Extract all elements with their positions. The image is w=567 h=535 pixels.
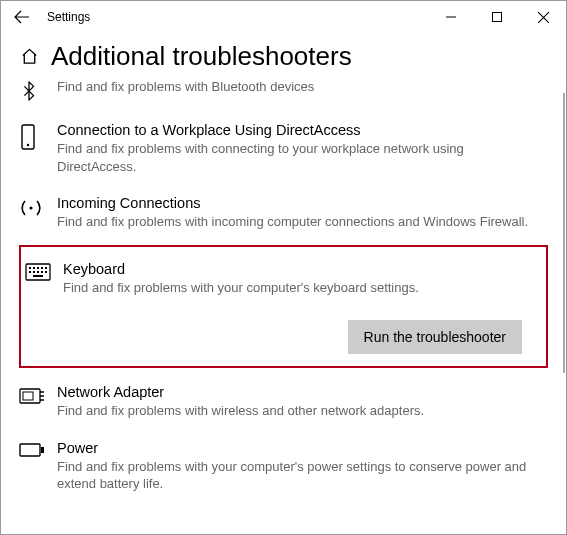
scrollbar[interactable] — [563, 93, 565, 373]
workplace-icon — [19, 122, 47, 175]
maximize-icon — [492, 12, 502, 22]
svg-rect-20 — [41, 447, 44, 453]
troubleshooter-item-incoming[interactable]: Incoming Connections Find and fix proble… — [19, 185, 548, 241]
keyboard-icon — [25, 261, 53, 297]
troubleshooter-desc: Find and fix problems with wireless and … — [57, 402, 536, 420]
svg-rect-6 — [29, 267, 31, 269]
bluetooth-icon — [19, 78, 47, 102]
svg-rect-14 — [41, 271, 43, 273]
troubleshooter-item-directaccess[interactable]: Connection to a Workplace Using DirectAc… — [19, 112, 548, 185]
wireless-icon — [19, 195, 47, 231]
troubleshooter-title: Power — [57, 440, 536, 456]
settings-window: Settings Additional troubleshooters Blue… — [0, 0, 567, 535]
power-icon — [19, 440, 47, 493]
back-arrow-icon — [14, 9, 30, 25]
troubleshooter-title: Connection to a Workplace Using DirectAc… — [57, 122, 536, 138]
troubleshooter-item-bluetooth[interactable]: Bluetooth Find and fix problems with Blu… — [19, 78, 548, 112]
close-icon — [538, 12, 549, 23]
svg-point-3 — [27, 144, 29, 146]
troubleshooter-title: Incoming Connections — [57, 195, 536, 211]
svg-rect-8 — [37, 267, 39, 269]
minimize-icon — [446, 12, 456, 22]
svg-rect-12 — [33, 271, 35, 273]
svg-rect-19 — [20, 444, 40, 456]
svg-rect-7 — [33, 267, 35, 269]
troubleshooter-desc: Find and fix problems with incoming comp… — [57, 213, 536, 231]
page-title: Additional troubleshooters — [51, 41, 352, 72]
troubleshooter-title: Network Adapter — [57, 384, 536, 400]
troubleshooter-item-keyboard[interactable]: Keyboard Find and fix problems with your… — [25, 255, 540, 303]
svg-rect-2 — [25, 128, 31, 142]
close-button[interactable] — [520, 1, 566, 33]
troubleshooter-desc: Find and fix problems with your computer… — [63, 279, 528, 297]
svg-rect-9 — [41, 267, 43, 269]
home-icon[interactable] — [19, 47, 39, 67]
troubleshooter-item-network-adapter[interactable]: Network Adapter Find and fix problems wi… — [19, 374, 548, 430]
troubleshooter-desc: Find and fix problems with connecting to… — [57, 140, 536, 175]
svg-rect-11 — [29, 271, 31, 273]
minimize-button[interactable] — [428, 1, 474, 33]
run-troubleshooter-button[interactable]: Run the troubleshooter — [348, 320, 522, 354]
maximize-button[interactable] — [474, 1, 520, 33]
svg-rect-15 — [45, 271, 47, 273]
troubleshooter-desc: Find and fix problems with your computer… — [57, 458, 536, 493]
svg-rect-13 — [37, 271, 39, 273]
window-controls — [428, 1, 566, 33]
svg-rect-0 — [493, 13, 502, 22]
troubleshooter-item-power[interactable]: Power Find and fix problems with your co… — [19, 430, 548, 503]
titlebar: Settings — [1, 1, 566, 33]
troubleshooter-list: Bluetooth Find and fix problems with Blu… — [1, 78, 566, 534]
back-button[interactable] — [1, 1, 43, 33]
network-adapter-icon — [19, 384, 47, 420]
selected-troubleshooter-highlight: Keyboard Find and fix problems with your… — [19, 245, 548, 369]
svg-rect-16 — [33, 275, 43, 277]
svg-point-4 — [29, 206, 32, 209]
page-header: Additional troubleshooters — [1, 33, 566, 78]
svg-rect-10 — [45, 267, 47, 269]
troubleshooter-title: Keyboard — [63, 261, 528, 277]
window-title: Settings — [47, 10, 90, 24]
troubleshooter-desc: Find and fix problems with Bluetooth dev… — [57, 78, 536, 96]
svg-rect-18 — [23, 392, 33, 400]
